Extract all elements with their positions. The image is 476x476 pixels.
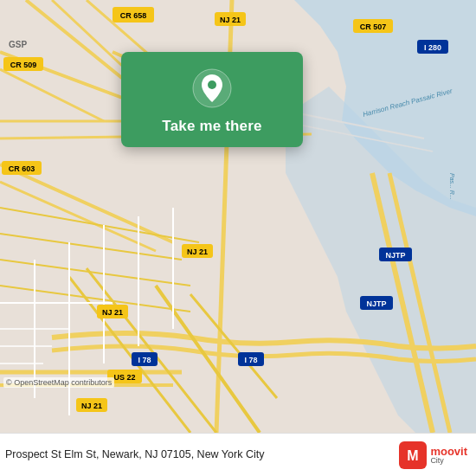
map-container: CR 658 NJ 21 CR 507 I 280 CR 509 CR 508 … bbox=[0, 0, 476, 433]
moovit-city: City bbox=[430, 457, 467, 465]
osm-credit: © OpenStreetMap contributors bbox=[3, 377, 114, 388]
svg-text:NJ 21: NJ 21 bbox=[81, 402, 102, 410]
svg-text:M: M bbox=[408, 448, 419, 463]
moovit-label: moovit bbox=[430, 446, 467, 457]
svg-point-69 bbox=[208, 80, 216, 89]
svg-text:CR 507: CR 507 bbox=[360, 23, 387, 31]
bottom-bar: Prospect St Elm St, Newark, NJ 07105, Ne… bbox=[0, 433, 476, 476]
svg-text:NJ 21: NJ 21 bbox=[102, 308, 123, 317]
svg-text:CR 603: CR 603 bbox=[9, 164, 35, 173]
svg-text:NJ 21: NJ 21 bbox=[220, 16, 241, 24]
svg-text:US 22: US 22 bbox=[113, 373, 135, 382]
take-me-there-button[interactable]: Take me there bbox=[162, 118, 261, 135]
svg-text:I 280: I 280 bbox=[424, 43, 441, 52]
svg-text:GSP: GSP bbox=[9, 40, 27, 49]
moovit-icon-svg: M bbox=[399, 441, 427, 469]
location-pin-icon bbox=[191, 68, 233, 109]
address-text: Prospect St Elm St, Newark, NJ 07105, Ne… bbox=[5, 447, 399, 461]
svg-text:I 78: I 78 bbox=[138, 356, 151, 364]
svg-text:NJTP: NJTP bbox=[385, 251, 405, 260]
location-card: Take me there bbox=[121, 52, 303, 147]
svg-text:CR 658: CR 658 bbox=[120, 11, 147, 20]
svg-text:NJTP: NJTP bbox=[366, 299, 386, 308]
svg-text:Pas... R...: Pas... R... bbox=[449, 173, 455, 200]
svg-text:I 78: I 78 bbox=[244, 356, 257, 364]
moovit-logo: M moovit City bbox=[399, 441, 467, 469]
svg-text:CR 509: CR 509 bbox=[10, 61, 37, 69]
svg-text:NJ 21: NJ 21 bbox=[187, 248, 208, 256]
